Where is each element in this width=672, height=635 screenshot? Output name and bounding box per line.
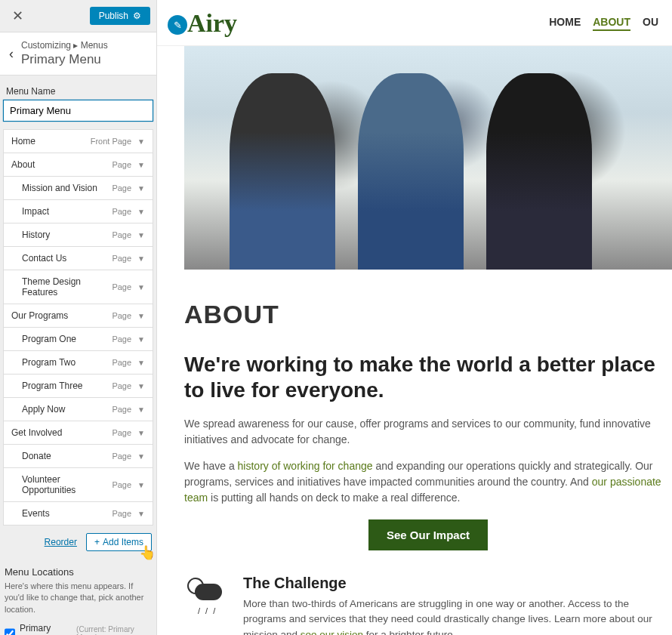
menu-item[interactable]: Program ThreePage▼ — [3, 374, 153, 397]
menu-item-label: Events — [22, 508, 112, 519]
chevron-down-icon[interactable]: ▼ — [137, 359, 145, 367]
chevron-down-icon[interactable]: ▼ — [137, 405, 145, 414]
chevron-down-icon[interactable]: ▼ — [137, 481, 145, 489]
customizer-sidebar: ✕ Publish ⚙ ‹ Customizing ▸ Menus Primar… — [0, 0, 157, 635]
menu-item-type: Front Page — [91, 137, 131, 146]
menu-item[interactable]: Program TwoPage▼ — [3, 350, 153, 374]
nav-about[interactable]: ABOUT — [593, 16, 630, 31]
page-heading: ABOUT — [184, 300, 672, 329]
menu-item-label: Contact Us — [22, 253, 112, 264]
menu-item[interactable]: Our ProgramsPage▼ — [3, 304, 153, 327]
menu-item-type: Page — [112, 405, 131, 414]
site-header: Airy HOME ABOUT OU — [157, 0, 672, 46]
chevron-down-icon[interactable]: ▼ — [137, 184, 145, 193]
menu-item-type: Page — [112, 509, 131, 518]
site-nav: HOME ABOUT OU — [549, 16, 658, 31]
hero-image — [184, 46, 672, 270]
location-primary-hint: (Current: Primary Menu) — [76, 625, 152, 635]
menu-item[interactable]: Contact UsPage▼ — [3, 246, 153, 270]
menu-name-label: Menu Name — [3, 82, 153, 100]
menu-item[interactable]: Program OnePage▼ — [3, 327, 153, 350]
menu-item-type: Page — [112, 480, 131, 489]
reorder-link[interactable]: Reorder — [45, 537, 77, 547]
chevron-down-icon[interactable]: ▼ — [137, 137, 145, 146]
breadcrumb-path: Customizing ▸ Menus — [21, 40, 147, 51]
menu-item-label: Home — [11, 136, 91, 146]
menu-item-type: Page — [112, 282, 131, 291]
menu-item-type: Page — [112, 311, 131, 320]
menu-item-label: Volunteer Opportunities — [22, 474, 112, 495]
location-primary-checkbox[interactable]: Primary Menu (Current: Primary Menu) — [5, 623, 152, 635]
menu-item-label: Program Three — [22, 381, 112, 391]
menu-item-label: Our Programs — [11, 310, 112, 321]
chevron-down-icon[interactable]: ▼ — [137, 382, 145, 390]
menu-item[interactable]: Get InvolvedPage▼ — [3, 421, 153, 444]
sidebar-header: ✕ Publish ⚙ — [0, 0, 156, 32]
checkbox-primary[interactable] — [5, 628, 15, 635]
chevron-down-icon[interactable]: ▼ — [137, 161, 145, 169]
menu-item-label: Impact — [22, 206, 112, 217]
back-chevron-icon[interactable]: ‹ — [9, 46, 21, 62]
chevron-down-icon[interactable]: ▼ — [137, 231, 145, 239]
menu-item-label: History — [22, 230, 112, 240]
menu-item-type: Page — [112, 160, 131, 169]
menu-item[interactable]: DonatePage▼ — [3, 444, 153, 467]
plus-icon: + — [94, 537, 100, 547]
nav-home[interactable]: HOME — [549, 16, 581, 31]
chevron-down-icon[interactable]: ▼ — [137, 312, 145, 320]
menu-item[interactable]: Mission and VisionPage▼ — [3, 176, 153, 199]
chevron-down-icon[interactable]: ▼ — [137, 510, 145, 518]
panel-body[interactable]: Menu Name HomeFront Page▼AboutPage▼Missi… — [0, 76, 156, 635]
menu-item[interactable]: Apply NowPage▼ — [3, 397, 153, 421]
page-subhead: We're working to make the world a better… — [184, 352, 672, 402]
menu-items-list: HomeFront Page▼AboutPage▼Mission and Vis… — [3, 129, 153, 526]
location-primary-label: Primary Menu — [20, 623, 72, 635]
menu-item-type: Page — [112, 381, 131, 390]
chevron-down-icon[interactable]: ▼ — [137, 429, 145, 437]
logo-text: Airy — [187, 9, 237, 38]
chevron-down-icon[interactable]: ▼ — [137, 283, 145, 291]
chevron-down-icon[interactable]: ▼ — [137, 452, 145, 461]
chevron-down-icon[interactable]: ▼ — [137, 335, 145, 344]
menu-name-input[interactable] — [3, 100, 153, 122]
menu-item-label: Donate — [22, 451, 112, 461]
menu-item[interactable]: ImpactPage▼ — [3, 199, 153, 223]
menu-item[interactable]: EventsPage▼ — [3, 501, 153, 526]
menu-item[interactable]: AboutPage▼ — [3, 153, 153, 176]
cta-impact-button[interactable]: See Our Impact — [368, 519, 488, 550]
menu-item-label: Get Involved — [11, 427, 112, 438]
menu-item[interactable]: HistoryPage▼ — [3, 223, 153, 246]
site-preview: ✎ Airy HOME ABOUT OU ABOUT We're working… — [157, 0, 672, 635]
challenge-title: The Challenge — [243, 575, 672, 592]
menu-item-label: Program Two — [22, 357, 112, 368]
menu-item-type: Page — [112, 254, 131, 263]
weather-icon: / / / — [184, 575, 230, 620]
menu-item-type: Page — [112, 452, 131, 461]
site-logo[interactable]: Airy — [187, 9, 237, 38]
menu-item-label: Theme Design Features — [22, 276, 112, 297]
menu-item[interactable]: HomeFront Page▼ — [3, 129, 153, 153]
menu-item[interactable]: Theme Design FeaturesPage▼ — [3, 270, 153, 304]
add-items-label: Add Items — [103, 537, 143, 547]
chevron-down-icon[interactable]: ▼ — [137, 208, 145, 216]
publish-button[interactable]: Publish ⚙ — [90, 7, 150, 25]
intro-para-2: We have a history of working for change … — [184, 458, 672, 506]
menu-locations-title: Menu Locations — [5, 566, 152, 578]
intro-para-1: We spread awareness for our cause, offer… — [184, 416, 672, 448]
menu-item-type: Page — [112, 358, 131, 367]
close-icon[interactable]: ✕ — [6, 5, 29, 27]
menu-item-label: Program One — [22, 334, 112, 344]
edit-shortcut-icon[interactable]: ✎ — [168, 15, 187, 35]
breadcrumb: ‹ Customizing ▸ Menus Primary Menu — [0, 32, 156, 76]
breadcrumb-title: Primary Menu — [21, 52, 147, 67]
menu-item-type: Page — [112, 230, 131, 239]
gear-icon: ⚙ — [133, 11, 141, 21]
nav-ou[interactable]: OU — [643, 16, 658, 31]
chevron-down-icon[interactable]: ▼ — [137, 254, 145, 263]
vision-link[interactable]: see our vision — [301, 629, 363, 635]
menu-item-label: Apply Now — [22, 404, 112, 415]
history-link[interactable]: history of working for change — [238, 460, 373, 472]
menu-item[interactable]: Volunteer OpportunitiesPage▼ — [3, 467, 153, 501]
menu-item-type: Page — [112, 183, 131, 193]
add-items-button[interactable]: + Add Items 👆 — [86, 533, 152, 551]
